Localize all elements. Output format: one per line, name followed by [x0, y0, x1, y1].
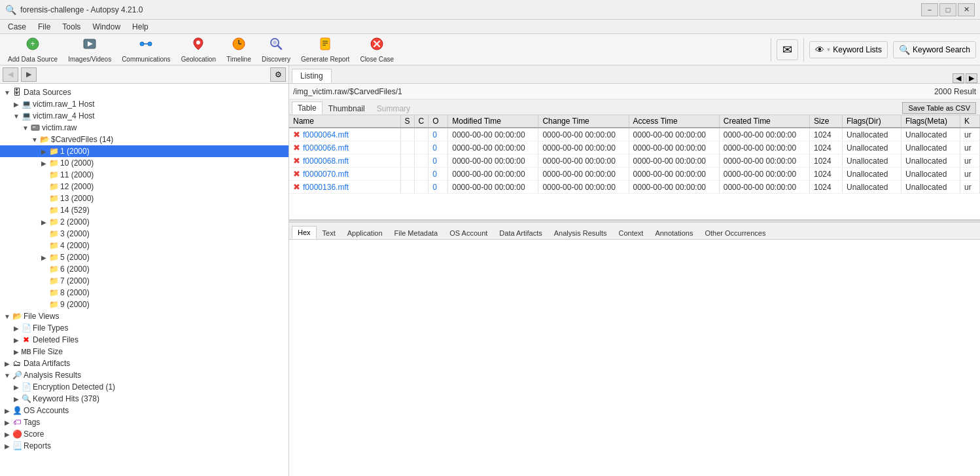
cell-flags-meta: Unallocated: [901, 141, 960, 155]
tree-node-8[interactable]: 📁 8 (2000): [0, 287, 289, 299]
tree-node-1[interactable]: ▶ 📁 1 (2000): [0, 145, 289, 157]
table-row[interactable]: ✖ f0000066.mft 0 0000-00-00 00:00:00 000…: [289, 141, 980, 155]
tree-node-file-size[interactable]: ▶ MB File Size: [0, 346, 289, 357]
forward-button[interactable]: ▶: [21, 67, 37, 82]
col-o[interactable]: O: [429, 115, 448, 128]
tab-annotations[interactable]: Annotations: [649, 227, 699, 239]
svg-rect-22: [33, 126, 35, 128]
maximize-button[interactable]: □: [939, 3, 956, 16]
tree-node-12[interactable]: 📁 12 (2000): [0, 181, 289, 192]
menu-window[interactable]: Window: [87, 21, 126, 33]
table-row[interactable]: ✖ f0000070.mft 0 0000-00-00 00:00:00 000…: [289, 168, 980, 181]
tree-node-14[interactable]: 📁 14 (529): [0, 204, 289, 216]
tree-node-7[interactable]: 📁 7 (2000): [0, 275, 289, 287]
minimize-button[interactable]: −: [921, 3, 938, 16]
tree-node-victim-raw-1[interactable]: ▶ 💻 victim.raw_1 Host: [0, 98, 289, 110]
close-case-button[interactable]: Close Case: [356, 36, 398, 64]
table-row[interactable]: ✖ f0000136.mft 0 0000-00-00 00:00:00 000…: [289, 181, 980, 194]
tree-node-data-sources[interactable]: ▼ 🗄 Data Sources: [0, 86, 289, 98]
tree-node-6[interactable]: 📁 6 (2000): [0, 263, 289, 275]
communications-button[interactable]: Communications: [118, 36, 174, 64]
tab-analysis-results[interactable]: Analysis Results: [548, 227, 613, 239]
col-name[interactable]: Name: [289, 115, 400, 128]
gear-button[interactable]: ⚙: [270, 67, 286, 82]
geolocation-button[interactable]: Geolocation: [177, 36, 220, 64]
tab-table[interactable]: Table: [292, 101, 323, 115]
save-csv-button[interactable]: Save Table as CSV: [902, 102, 976, 114]
col-flags-meta[interactable]: Flags(Meta): [901, 115, 960, 128]
reports-icon: 📃: [12, 441, 22, 451]
col-k[interactable]: K: [960, 115, 980, 128]
file-table-container[interactable]: Name S C O Modified Time Change Time Acc…: [289, 115, 980, 220]
eye-icon: 👁: [815, 45, 824, 55]
tree-node-os-accounts[interactable]: ▶ 👤 OS Accounts: [0, 405, 289, 416]
tree-node-11[interactable]: 📁 11 (2000): [0, 169, 289, 181]
menu-case[interactable]: Case: [3, 21, 31, 33]
add-data-source-button[interactable]: + Add Data Source: [4, 36, 61, 64]
col-change[interactable]: Change Time: [538, 115, 629, 128]
tab-other-occurrences[interactable]: Other Occurrences: [699, 227, 771, 239]
tree-node-victim-raw[interactable]: ▼ victim.raw: [0, 122, 289, 134]
tree-node-4[interactable]: 📁 4 (2000): [0, 240, 289, 251]
tab-os-account[interactable]: OS Account: [444, 227, 493, 239]
tab-data-artifacts[interactable]: Data Artifacts: [493, 227, 548, 239]
tab-text[interactable]: Text: [317, 227, 341, 239]
tree-node-deleted-files[interactable]: ▶ ✖ Deleted Files: [0, 334, 289, 346]
tab-prev-button[interactable]: ◀: [953, 73, 964, 83]
timeline-button[interactable]: Timeline: [222, 36, 255, 64]
listing-tab[interactable]: Listing: [292, 69, 332, 83]
keyword-lists-button[interactable]: ✉: [777, 39, 798, 60]
tab-hex[interactable]: Hex: [292, 226, 317, 239]
tree-node-file-types[interactable]: ▶ 📄 File Types: [0, 322, 289, 334]
tree-node-3[interactable]: 📁 3 (2000): [0, 228, 289, 240]
col-s[interactable]: S: [400, 115, 414, 128]
table-row[interactable]: ✖ f0000068.mft 0 0000-00-00 00:00:00 000…: [289, 155, 980, 168]
tab-context[interactable]: Context: [612, 227, 649, 239]
keyword-search-button[interactable]: 🔍 Keyword Search: [893, 41, 976, 58]
col-modified[interactable]: Modified Time: [448, 115, 538, 128]
cell-k: ur: [960, 141, 980, 155]
col-size[interactable]: Size: [810, 115, 843, 128]
discovery-button[interactable]: Discovery: [258, 36, 294, 64]
generate-report-button[interactable]: Generate Report: [297, 36, 354, 64]
tree-node-file-views[interactable]: ▼ 📂 File Views: [0, 310, 289, 322]
col-created[interactable]: Created Time: [719, 115, 809, 128]
tree-container[interactable]: ▼ 🗄 Data Sources ▶ 💻 victim.raw_1 Host ▼…: [0, 84, 289, 476]
deleted-files-icon: ✖: [21, 335, 31, 345]
tree-node-9[interactable]: 📁 9 (2000): [0, 299, 289, 310]
keyword-lists-btn2[interactable]: 👁 ▾ Keyword Lists: [809, 41, 888, 58]
file-name: f0000064.mft: [303, 130, 349, 139]
col-c[interactable]: C: [414, 115, 429, 128]
back-button[interactable]: ◀: [3, 67, 18, 82]
tree-node-2[interactable]: ▶ 📁 2 (2000): [0, 216, 289, 228]
menu-file[interactable]: File: [33, 21, 56, 33]
tree-node-keyword-hits[interactable]: ▶ 🔍 Keyword Hits (378): [0, 393, 289, 405]
node-label: 11 (2000): [60, 170, 94, 179]
tab-next-button[interactable]: ▶: [966, 73, 977, 83]
col-access[interactable]: Access Time: [629, 115, 719, 128]
close-button[interactable]: ✕: [958, 3, 975, 16]
tree-node-victim-raw-4[interactable]: ▼ 💻 victim.raw_4 Host: [0, 110, 289, 122]
tree-node-reports[interactable]: ▶ 📃 Reports: [0, 440, 289, 452]
tree-node-5[interactable]: ▶ 📁 5 (2000): [0, 251, 289, 263]
images-videos-button[interactable]: Images/Videos: [64, 36, 115, 64]
tree-node-analysis-results[interactable]: ▼ 🔎 Analysis Results: [0, 369, 289, 381]
node-label: victim.raw_1 Host: [33, 100, 95, 109]
col-flags-dir[interactable]: Flags(Dir): [843, 115, 901, 128]
menu-help[interactable]: Help: [127, 21, 154, 33]
tree-node-score[interactable]: ▶ 🔴 Score: [0, 428, 289, 440]
tree-node-carved-files[interactable]: ▼ 📂 $CarvedFiles (14): [0, 134, 289, 145]
node-label: Score: [24, 430, 44, 439]
tab-application[interactable]: Application: [341, 227, 389, 239]
tree-node-data-artifacts[interactable]: ▶ 🗂 Data Artifacts: [0, 357, 289, 369]
tree-node-10[interactable]: ▶ 📁 10 (2000): [0, 157, 289, 169]
tree-node-encryption[interactable]: ▶ 📄 Encryption Detected (1): [0, 381, 289, 393]
folder-icon: 📁: [48, 229, 59, 239]
tab-summary[interactable]: Summary: [371, 102, 416, 115]
table-row[interactable]: ✖ f0000064.mft 0 0000-00-00 00:00:00 000…: [289, 128, 980, 141]
tab-thumbnail[interactable]: Thumbnail: [323, 102, 371, 115]
menu-tools[interactable]: Tools: [57, 21, 86, 33]
tree-node-tags[interactable]: ▶ 🏷 Tags: [0, 416, 289, 428]
tab-file-metadata[interactable]: File Metadata: [389, 227, 444, 239]
tree-node-13[interactable]: 📁 13 (2000): [0, 192, 289, 204]
